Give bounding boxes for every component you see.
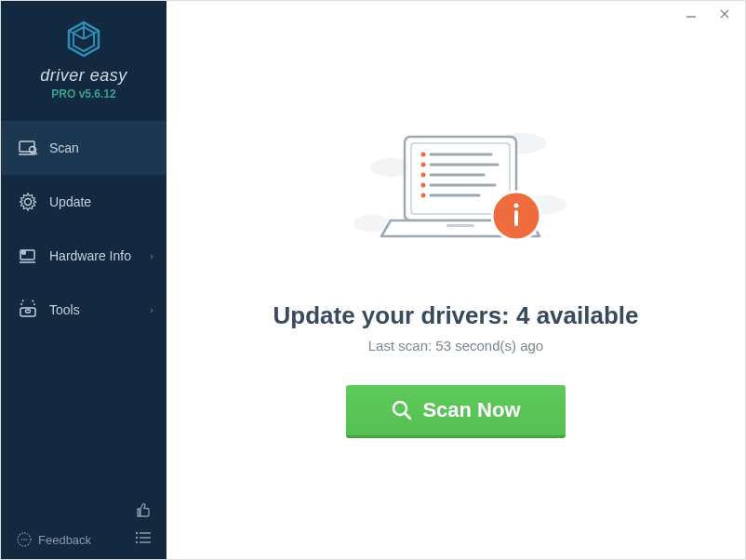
thumbs-up-icon[interactable] bbox=[135, 501, 152, 522]
brand-first: driver bbox=[40, 66, 85, 85]
app-logo-icon bbox=[64, 20, 103, 59]
svg-rect-18 bbox=[26, 310, 31, 313]
svg-point-27 bbox=[136, 541, 138, 543]
nav-item-scan[interactable]: Scan bbox=[1, 121, 167, 175]
menu-list-icon[interactable] bbox=[135, 531, 152, 548]
hardware-icon: i bbox=[18, 246, 38, 266]
svg-point-23 bbox=[136, 532, 138, 534]
feedback-button[interactable]: Feedback bbox=[16, 531, 91, 548]
scan-icon bbox=[18, 138, 38, 158]
svg-rect-48 bbox=[514, 210, 518, 226]
chevron-right-icon: › bbox=[150, 250, 153, 261]
svg-rect-45 bbox=[446, 224, 474, 227]
gear-icon bbox=[18, 192, 38, 212]
last-scan-text: Last scan: 53 second(s) ago bbox=[368, 338, 543, 353]
svg-point-47 bbox=[514, 203, 519, 207]
brand-second: easy bbox=[90, 66, 127, 85]
logo-area: driver easy PRO v5.6.12 bbox=[1, 1, 167, 110]
chevron-right-icon: › bbox=[150, 304, 153, 315]
nav-item-label: Hardware Info bbox=[49, 248, 131, 263]
tools-icon bbox=[18, 300, 38, 320]
svg-point-43 bbox=[421, 193, 426, 197]
nav-item-tools[interactable]: Tools › bbox=[1, 283, 167, 337]
nav-item-update[interactable]: Update bbox=[1, 175, 167, 229]
svg-line-50 bbox=[406, 413, 411, 419]
svg-point-20 bbox=[21, 539, 23, 540]
laptop-illustration bbox=[335, 113, 577, 285]
nav: Scan Update i Hardware Info › Tools bbox=[1, 121, 167, 490]
scan-button-label: Scan Now bbox=[422, 398, 520, 422]
nav-item-label: Update bbox=[49, 194, 91, 209]
svg-point-35 bbox=[421, 152, 426, 156]
svg-point-12 bbox=[25, 199, 32, 206]
svg-text:i: i bbox=[23, 250, 24, 255]
feedback-label: Feedback bbox=[38, 533, 91, 547]
svg-point-39 bbox=[421, 172, 426, 177]
sidebar-footer: Feedback bbox=[1, 490, 167, 559]
headline-text: Update your drivers: 4 available bbox=[273, 301, 638, 330]
svg-point-21 bbox=[23, 539, 25, 540]
main-content: Update your drivers: 4 available Last sc… bbox=[167, 1, 745, 559]
nav-item-label: Scan bbox=[49, 140, 79, 155]
search-icon bbox=[391, 399, 413, 421]
svg-point-37 bbox=[421, 162, 426, 167]
nav-item-label: Tools bbox=[49, 302, 80, 317]
minimize-button[interactable] bbox=[682, 5, 700, 23]
scan-now-button[interactable]: Scan Now bbox=[346, 385, 565, 438]
app-version: PRO v5.6.12 bbox=[20, 87, 148, 100]
brand-name: driver easy bbox=[20, 66, 148, 86]
sidebar: driver easy PRO v5.6.12 Scan Update i Ha… bbox=[1, 1, 167, 559]
svg-point-25 bbox=[136, 537, 138, 539]
close-button[interactable] bbox=[715, 5, 734, 23]
svg-point-22 bbox=[26, 539, 28, 540]
nav-item-hardware-info[interactable]: i Hardware Info › bbox=[1, 229, 167, 283]
svg-point-41 bbox=[421, 182, 426, 187]
